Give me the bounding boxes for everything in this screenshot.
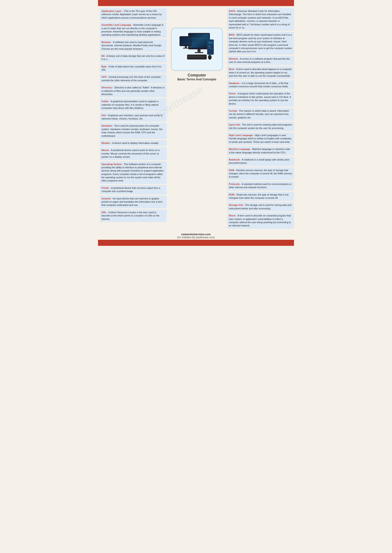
left-term-card: Monitor - A device used to display infor… xyxy=(100,140,167,146)
right-term-card: ASCII - American Standard Code for Infor… xyxy=(227,8,294,31)
right-term-card: Input Unit - The unit is used for enteri… xyxy=(227,122,294,131)
right-term-card: Storage Unit - The storage unit is used … xyxy=(227,202,294,212)
svg-rect-30 xyxy=(197,57,198,57)
term-name: Hardware xyxy=(101,124,112,127)
term-name: BIOS xyxy=(229,34,235,36)
term-name: Scanner xyxy=(101,197,111,200)
svg-rect-20 xyxy=(195,56,196,56)
svg-rect-32 xyxy=(200,57,202,57)
term-name: Folder xyxy=(101,100,109,103)
center-column: Computer Basic Terms And Concepts xyxy=(167,8,227,229)
svg-rect-3 xyxy=(197,49,201,52)
term-name: High Level Language xyxy=(229,134,253,136)
svg-rect-2 xyxy=(189,34,209,48)
left-column: Application Layer – This is the 7th Laye… xyxy=(100,8,167,229)
term-name: Worm xyxy=(229,214,236,217)
left-term-card: GUI - Graphical user interface; uses pic… xyxy=(100,113,167,122)
svg-rect-26 xyxy=(190,57,191,57)
left-term-card: Printer - A peripheral device that conve… xyxy=(100,185,167,194)
right-term-card: Notebook - A notebook is a small laptop … xyxy=(227,157,294,166)
term-name: Boot xyxy=(229,68,234,71)
svg-rect-19 xyxy=(193,56,195,56)
computer-image xyxy=(171,28,223,71)
term-name: Mouse xyxy=(101,149,109,151)
svg-rect-4 xyxy=(195,52,203,53)
term-name: Directory xyxy=(101,86,112,89)
term-name: Bit xyxy=(101,55,105,57)
right-term-card: Window - A screen in a software program … xyxy=(227,56,294,65)
svg-rect-25 xyxy=(188,57,189,57)
svg-rect-31 xyxy=(199,57,200,57)
term-name: ASCII xyxy=(229,10,235,12)
svg-rect-16 xyxy=(188,56,189,56)
term-name: Application Layer xyxy=(101,10,121,12)
svg-rect-33 xyxy=(202,57,203,57)
svg-rect-21 xyxy=(197,56,198,56)
main-title: Computer xyxy=(177,73,217,78)
term-name: GUI xyxy=(101,114,106,117)
term-name: Monitor xyxy=(101,142,110,144)
svg-rect-22 xyxy=(199,56,200,56)
left-term-card: Assembly Level Language - Assembly Level… xyxy=(100,22,167,38)
svg-rect-24 xyxy=(202,56,203,56)
term-name: Assembly Level Language xyxy=(101,24,131,26)
bottom-bar xyxy=(98,240,294,246)
right-term-card: BIOS - BIOS stands for basic input/outpu… xyxy=(227,32,294,54)
term-name: Notebook xyxy=(229,158,240,161)
content-area: ipwithease Application Layer – This is t… xyxy=(98,6,294,231)
term-name: Machine Language xyxy=(229,148,250,150)
term-name: URL xyxy=(101,211,106,214)
left-term-card: Bit - A binary unit of data storage that… xyxy=(100,53,167,63)
footer-site: networkinterview.com xyxy=(98,233,294,236)
right-column: ASCII - American Standard Code for Infor… xyxy=(227,8,294,229)
footer: networkinterview.com (An Initiative By I… xyxy=(98,231,294,240)
svg-rect-27 xyxy=(192,57,193,57)
center-title: Computer Basic Terms And Concepts xyxy=(177,73,217,81)
left-term-card: Browser - A software tool used to read e… xyxy=(100,39,167,52)
term-name: Database xyxy=(229,82,239,85)
svg-rect-13 xyxy=(208,48,213,49)
term-name: Input Unit xyxy=(229,123,240,126)
term-name: Operating System xyxy=(101,163,122,165)
svg-rect-10 xyxy=(208,42,213,43)
left-term-card: Application Layer – This is the 7th Laye… xyxy=(100,8,167,21)
right-term-card: Worm - A term used to describe an unwant… xyxy=(227,213,294,229)
top-bar xyxy=(98,0,294,6)
svg-rect-18 xyxy=(192,56,193,56)
left-term-card: Directory – Directory is also called as … xyxy=(100,85,167,97)
svg-rect-8 xyxy=(183,48,189,49)
left-term-card: Byte - 8 bits of data which has a possib… xyxy=(100,64,167,73)
footer-tagline: (An Initiative By Ipwithease.com) xyxy=(98,236,294,239)
right-term-card: ROM - Read-only memory; the type of stor… xyxy=(227,192,294,201)
left-term-card: URL - Uniform Resource Locator is the te… xyxy=(100,210,167,222)
svg-rect-17 xyxy=(190,56,191,56)
svg-rect-11 xyxy=(208,43,213,44)
left-term-card: Mouse - A peripheral device used to poin… xyxy=(100,147,167,160)
right-term-card: Database – It is a large structured set … xyxy=(227,80,294,90)
left-term-card: Hardware - Term used for physical parts … xyxy=(100,123,167,139)
right-term-card: Machine Language - Machine language or m… xyxy=(227,146,294,156)
svg-rect-6 xyxy=(180,37,191,45)
term-name: Storage Unit xyxy=(229,204,243,206)
term-name: ROM xyxy=(229,193,234,196)
left-term-card: Scanner - An input device that can read … xyxy=(100,196,167,208)
term-name: Protocols xyxy=(229,183,240,185)
svg-rect-29 xyxy=(195,57,196,57)
term-name: Byte xyxy=(101,65,107,68)
right-term-card: Driver - A program which understands the… xyxy=(227,91,294,107)
svg-rect-28 xyxy=(193,57,195,57)
term-name: Format xyxy=(229,110,237,112)
page: ipwithease Application Layer – This is t… xyxy=(98,0,294,246)
right-term-card: Boot - A term used to describe what happ… xyxy=(227,66,294,79)
left-term-card: Folder - A graphical representation used… xyxy=(100,99,167,111)
right-term-card: Protocols - A standard method used for c… xyxy=(227,181,294,191)
term-name: Window xyxy=(229,57,238,60)
term-name: CPU xyxy=(101,76,106,78)
left-term-card: CPU - Central processing unit; the brain… xyxy=(100,74,167,83)
svg-point-12 xyxy=(209,46,210,47)
right-term-card: High Level Language - High Level Languag… xyxy=(227,132,294,145)
term-name: RAM xyxy=(229,169,234,171)
term-name: Driver xyxy=(229,92,236,95)
term-name: Browser xyxy=(101,41,111,43)
svg-rect-23 xyxy=(200,56,202,56)
